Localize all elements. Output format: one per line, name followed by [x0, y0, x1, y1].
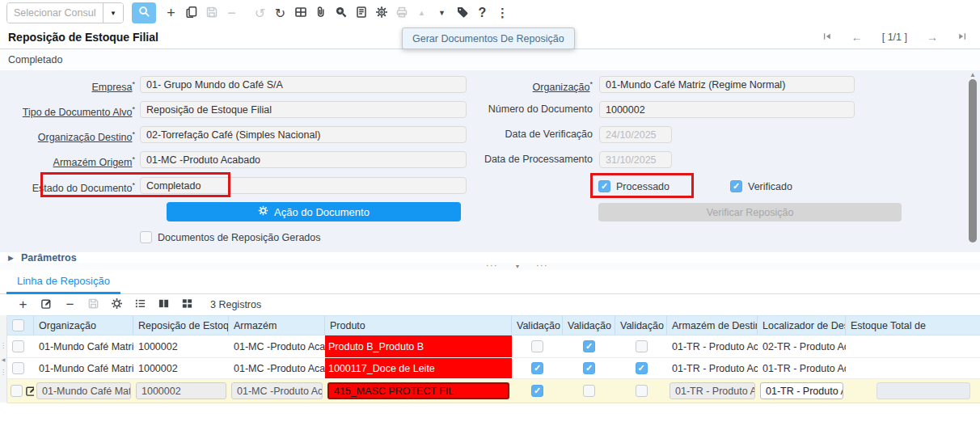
field-organizacao[interactable]: 01-Mundo Café Matriz (Regime Normal) [599, 76, 855, 93]
previous-record-button[interactable]: ← [851, 31, 863, 44]
field-estado-documento[interactable]: Completado [140, 177, 467, 194]
row-quickentry-button[interactable] [129, 295, 152, 314]
refresh-button[interactable]: ↻ [270, 2, 290, 23]
splitter-dots-icon: ··· [487, 263, 499, 270]
col-validacao-3[interactable]: Validação 3 [615, 316, 667, 335]
label-button[interactable] [452, 2, 472, 23]
select-all-header[interactable] [7, 316, 34, 335]
col-estoque-total[interactable]: Estoque Total de [846, 316, 980, 335]
field-tipo-documento-alvo[interactable]: Reposição de Estoque Filial [140, 101, 467, 118]
field-data-verificacao: 24/10/2025 [599, 126, 672, 143]
validacao-2-checkbox[interactable] [583, 385, 595, 397]
generated-docs-checkbox[interactable] [140, 231, 152, 243]
validacao-3-checkbox[interactable] [636, 362, 648, 374]
col-armazem[interactable]: Armazém [229, 316, 325, 335]
grid-toggle-button[interactable] [290, 2, 310, 23]
report-button[interactable] [351, 2, 371, 23]
col-organizacao[interactable]: Organização [34, 316, 133, 335]
input-armazem-destino[interactable]: 01-TR - Produto Acabado [670, 382, 755, 399]
row-select-checkbox[interactable] [12, 362, 24, 374]
side-panel-splitter[interactable]: ⋮ ◀ ⋮ [0, 315, 7, 403]
row-delete-button[interactable]: − [58, 295, 82, 314]
table-row[interactable]: 01-Mundo Café Matriz (... 1000002 01-MC … [7, 335, 980, 358]
edit-row-icon[interactable] [25, 385, 34, 397]
new-record-button[interactable]: + [161, 2, 181, 23]
cell-localizador-destino: 01-TR - Produto Acabado [758, 358, 846, 378]
toggle-panel-button[interactable] [152, 295, 175, 314]
copy-record-button[interactable] [181, 2, 201, 23]
row-select-checkbox[interactable] [12, 340, 24, 352]
row-process-button[interactable] [105, 295, 129, 314]
field-armazem-origem[interactable]: 01-MC -Produto Acabado [140, 151, 467, 168]
field-label-armazem-origem[interactable]: Armazém Origem* [0, 151, 135, 168]
validacao-1-checkbox[interactable] [531, 340, 543, 352]
zoom-across-button[interactable] [331, 2, 351, 23]
form-scrollbar[interactable]: ▲ ▼ [968, 71, 978, 259]
main-toolbar: ▼ + − ↺ ↻ ▲ ▼ [0, 0, 980, 26]
grid-view-button[interactable] [175, 295, 199, 314]
field-label-organizacao[interactable]: Organização* [453, 76, 593, 93]
field-label-tipo-documento-alvo[interactable]: Tipo de Documento Alvo* [0, 101, 135, 118]
validacao-3-checkbox[interactable] [636, 340, 648, 352]
last-record-button[interactable] [957, 32, 967, 44]
columns-icon [158, 297, 170, 312]
list-icon [134, 297, 146, 312]
edit-icon [40, 297, 53, 312]
validacao-1-checkbox[interactable] [531, 362, 543, 374]
col-localizador-destino[interactable]: Localizador de Destino [758, 316, 846, 335]
scroll-up-icon[interactable]: ▲ [968, 71, 978, 78]
table-row-editing[interactable]: 01-Mundo Café Matriz (R 1000002 01-MC -P… [7, 379, 980, 403]
validacao-3-checkbox[interactable] [636, 385, 648, 397]
validacao-1-checkbox[interactable] [531, 385, 543, 397]
validacao-2-checkbox[interactable] [583, 340, 595, 352]
table-header: Organização Reposição de Estoque Fili...… [7, 315, 980, 335]
input-organizacao[interactable]: 01-Mundo Café Matriz (R [36, 382, 131, 399]
query-input[interactable] [7, 3, 103, 23]
doc-action-button[interactable]: Ação do Documento [167, 202, 461, 221]
row-edit-button[interactable] [35, 295, 58, 314]
input-reposicao[interactable]: 1000002 [136, 382, 226, 399]
more-button[interactable]: ⋮ [492, 2, 513, 23]
row-new-button[interactable]: + [11, 295, 35, 314]
query-dropdown-button[interactable]: ▼ [103, 3, 123, 23]
process-button[interactable] [371, 2, 391, 23]
field-label-organizacao-destino[interactable]: Organização Destino* [0, 126, 135, 143]
help-button[interactable]: ? [472, 2, 492, 23]
verified-label: Verificado [748, 181, 792, 192]
table-row[interactable]: 01-Mundo Café Matriz (... 1000002 01-MC … [7, 358, 980, 379]
generated-docs-label: Documentos de Reposição Gerados [158, 232, 321, 243]
search-button[interactable] [132, 2, 156, 23]
expand-button[interactable]: ▼ [432, 2, 452, 23]
input-produto-error[interactable]: 415_MASC PROTECT FIL [327, 382, 509, 399]
col-produto[interactable]: Produto [325, 316, 512, 335]
generated-docs-checkbox-group[interactable]: Documentos de Reposição Gerados [140, 231, 321, 243]
validacao-2-checkbox[interactable] [583, 362, 595, 374]
processed-checkbox[interactable] [598, 180, 610, 192]
record-pager: ← [ 1/1 ] → [822, 31, 967, 44]
tab-linha-de-reposicao[interactable]: Linha de Reposição [6, 270, 120, 294]
page-title: Reposição de Estoque Filial [8, 31, 158, 44]
undo-icon: ↺ [255, 6, 265, 21]
col-reposicao[interactable]: Reposição de Estoque Fili... [133, 316, 229, 335]
row-select-checkbox[interactable] [11, 385, 23, 397]
verified-checkbox-group[interactable]: Verificado [730, 180, 792, 192]
field-label-empresa[interactable]: Empresa* [0, 76, 135, 93]
first-record-button[interactable] [822, 32, 832, 44]
input-localizador-destino[interactable]: 01-TR - Produto Acaba [760, 382, 843, 399]
field-numero-documento[interactable]: 1000002 [599, 101, 855, 118]
field-label-data-verificacao: Data de Verificação [453, 126, 593, 143]
next-record-button[interactable]: → [927, 31, 938, 44]
col-validacao-2[interactable]: Validação 2 [563, 316, 615, 335]
scrollbar-thumb[interactable] [969, 79, 977, 243]
verified-checkbox[interactable] [730, 180, 742, 192]
col-armazem-destino[interactable]: Armazém de Destino [667, 316, 758, 335]
field-organizacao-destino[interactable]: 02-Torrefação Café (Simples Nacional) [140, 126, 467, 143]
field-empresa[interactable]: 01- Grupo Mundo do Café S/A [140, 76, 467, 93]
processed-checkbox-group[interactable]: Processado [598, 180, 670, 192]
input-estoque-total[interactable] [877, 382, 970, 399]
col-validacao-1[interactable]: Validação 1 [512, 316, 563, 335]
attachment-button[interactable] [310, 2, 331, 23]
select-all-checkbox[interactable] [12, 319, 24, 331]
input-armazem[interactable]: 01-MC -Produto Acabado [231, 382, 323, 399]
splitter-arrow-icon: ▼ [515, 264, 521, 269]
